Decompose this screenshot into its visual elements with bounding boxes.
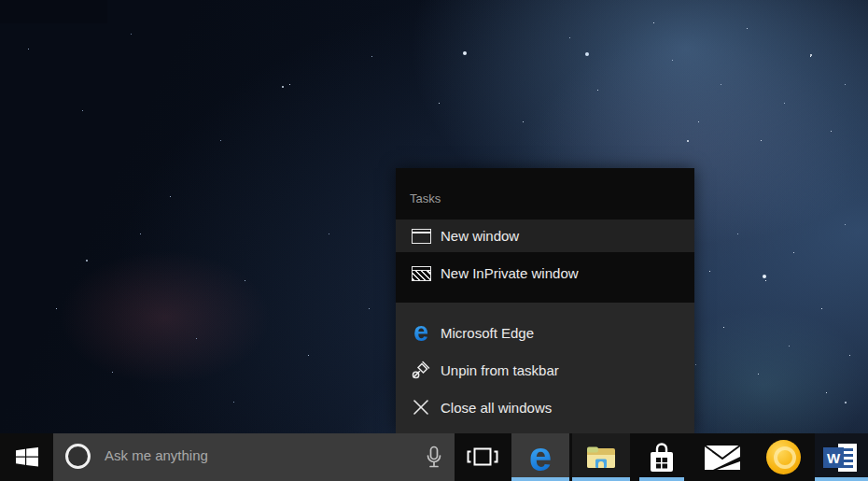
menu-item-unpin-from-taskbar[interactable]: Unpin from taskbar [396,351,694,389]
edge-jumplist: Tasks New window New InPrivate window e … [396,168,694,433]
new-window-icon [411,226,431,247]
task-view-button[interactable] [455,433,509,481]
file-explorer-icon [585,445,617,471]
word-icon: W [822,442,861,474]
windows-logo-icon [16,447,38,467]
inprivate-window-icon [411,263,431,284]
jumplist-app-section: e Microsoft Edge Unpin from taskbar [396,303,694,433]
menu-item-close-all-windows[interactable]: Close all windows [396,389,694,426]
taskbar-app-orange-circle[interactable] [754,433,812,481]
orange-circle-app-icon [766,440,801,474]
active-app-underline [511,477,569,481]
menu-item-label: New window [441,228,519,244]
edge-icon: e [529,441,552,473]
taskbar-app-file-explorer[interactable] [572,433,630,481]
menu-item-label: Microsoft Edge [441,325,534,341]
menu-item-label: New InPrivate window [441,265,579,281]
menu-item-label: Close all windows [441,400,552,416]
active-app-underline [572,477,630,481]
menu-item-label: Unpin from taskbar [441,362,559,378]
menu-item-new-inprivate-window[interactable]: New InPrivate window [396,257,694,290]
cortana-search-box[interactable]: Ask me anything [53,433,455,481]
menu-item-microsoft-edge[interactable]: e Microsoft Edge [396,314,694,351]
tasks-header: Tasks [410,191,441,205]
cortana-icon [65,444,91,469]
jumplist-tasks-section: Tasks New window New InPrivate window [396,168,694,303]
close-icon [411,397,431,417]
taskbar-app-edge[interactable]: e [511,433,569,481]
mail-icon [704,445,741,471]
edge-icon: e [411,322,431,343]
taskbar-app-word[interactable]: W [815,433,868,481]
menu-item-new-window[interactable]: New window [396,219,694,252]
taskbar-app-store[interactable] [633,433,691,481]
unpin-icon [411,360,431,380]
start-button[interactable] [0,433,53,481]
active-app-underline [639,477,684,481]
task-view-icon [465,446,498,470]
svg-text:W: W [826,450,840,466]
store-icon [647,441,677,474]
microphone-icon[interactable] [426,446,442,474]
taskbar: Ask me anything e [0,433,868,481]
top-left-dark-rect [0,0,107,23]
taskbar-app-mail[interactable] [693,433,751,481]
active-app-underline [815,477,868,481]
search-placeholder: Ask me anything [105,447,208,463]
